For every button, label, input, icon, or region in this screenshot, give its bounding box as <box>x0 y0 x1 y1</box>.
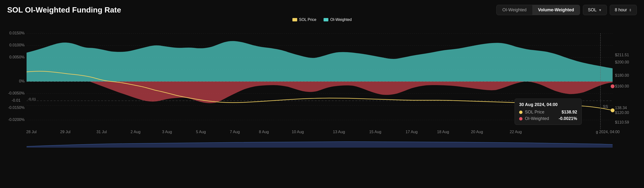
tooltip-date: 30 Aug 2024, 04:00 <box>519 102 577 107</box>
chart-legend: SOL Price OI-Weighted <box>7 18 637 22</box>
svg-text:2 Aug: 2 Aug <box>130 130 140 134</box>
svg-text:17 Aug: 17 Aug <box>406 130 418 134</box>
legend-oi-weighted-label: OI-Weighted <box>330 18 352 22</box>
controls-bar: OI-Weighted Volume-Weighted SOL ▼ 8 hour… <box>496 5 637 15</box>
tooltip-sol-price-row: SOL Price $138.92 <box>519 110 577 115</box>
svg-text:15 Aug: 15 Aug <box>369 130 381 134</box>
time-selector[interactable]: 8 hour ⇕ <box>610 5 637 15</box>
main-container: SOL OI-Weighted Funding Rate OI-Weighted… <box>0 0 644 188</box>
tab-oi-weighted[interactable]: OI-Weighted <box>496 5 532 15</box>
svg-text:22 Aug: 22 Aug <box>510 130 522 134</box>
page-title: SOL OI-Weighted Funding Rate <box>7 6 121 15</box>
svg-point-11 <box>611 109 614 112</box>
svg-text:$200.00: $200.00 <box>615 60 629 64</box>
tooltip-oi-weighted-label: OI-Weighted <box>525 116 556 121</box>
weight-tab-group: OI-Weighted Volume-Weighted <box>496 5 580 15</box>
tooltip-sol-price-label: SOL Price <box>525 110 559 115</box>
svg-text:0.0150%: 0.0150% <box>9 31 25 35</box>
time-selector-arrow: ⇕ <box>629 8 632 12</box>
svg-text:-0.0150%: -0.0150% <box>8 105 25 110</box>
svg-text:$160.00: $160.00 <box>615 84 629 88</box>
svg-text:g 2024, 04:00: g 2024, 04:00 <box>596 130 620 134</box>
svg-point-12 <box>611 84 614 88</box>
time-selector-value: 8 hour <box>615 8 627 13</box>
svg-text:10 Aug: 10 Aug <box>292 130 304 134</box>
svg-text:$120.00: $120.00 <box>615 110 629 115</box>
svg-text:31 Jul: 31 Jul <box>96 130 107 134</box>
tooltip-sol-dot <box>519 111 522 114</box>
svg-text:0%: 0% <box>19 79 24 83</box>
svg-text:29 Jul: 29 Jul <box>60 130 70 134</box>
svg-text:8 Aug: 8 Aug <box>259 130 269 134</box>
svg-text:18 Aug: 18 Aug <box>437 130 449 134</box>
header: SOL OI-Weighted Funding Rate OI-Weighted… <box>7 5 637 15</box>
svg-text:SS: SS <box>603 104 608 109</box>
asset-selector-value: SOL <box>588 8 596 13</box>
svg-text:13 Aug: 13 Aug <box>333 130 345 134</box>
legend-oi-weighted: OI-Weighted <box>324 18 352 22</box>
legend-sol-price-label: SOL Price <box>299 18 316 22</box>
main-chart-svg: 0.0150% 0.0100% 0.0050% 0% -0.0050% -0.0… <box>7 24 637 149</box>
svg-text:-0.0200%: -0.0200% <box>8 117 25 122</box>
svg-text:3 Aug: 3 Aug <box>162 130 172 134</box>
tab-volume-weighted[interactable]: Volume-Weighted <box>532 5 580 15</box>
svg-text:-0.01: -0.01 <box>28 97 36 101</box>
svg-text:20 Aug: 20 Aug <box>471 130 483 134</box>
chart-tooltip: 30 Aug 2024, 04:00 SOL Price $138.92 OI-… <box>514 99 582 125</box>
svg-text:$110.59: $110.59 <box>615 120 629 124</box>
svg-text:$211.51: $211.51 <box>615 53 629 57</box>
chart-area[interactable]: 0.0150% 0.0100% 0.0050% 0% -0.0050% -0.0… <box>7 24 637 149</box>
tooltip-sol-price-value: $138.92 <box>562 110 577 115</box>
legend-sol-price: SOL Price <box>292 18 316 22</box>
svg-text:28 Jul: 28 Jul <box>26 130 36 134</box>
svg-text:5 Aug: 5 Aug <box>196 130 206 134</box>
tooltip-oi-weighted-value: -0.0021% <box>559 116 577 121</box>
legend-oi-weighted-color <box>324 18 328 21</box>
asset-selector-arrow: ▼ <box>598 8 602 12</box>
tooltip-oi-dot <box>519 117 522 120</box>
legend-sol-price-color <box>292 18 297 21</box>
svg-text:0.0050%: 0.0050% <box>9 55 25 59</box>
asset-selector[interactable]: SOL ▼ <box>583 5 607 15</box>
svg-text:-0.01: -0.01 <box>12 98 20 103</box>
tooltip-oi-row: OI-Weighted -0.0021% <box>519 116 577 121</box>
svg-text:0.0100%: 0.0100% <box>9 43 25 47</box>
svg-text:7 Aug: 7 Aug <box>230 130 240 134</box>
svg-text:138.34: 138.34 <box>615 106 627 110</box>
svg-text:$180.00: $180.00 <box>615 73 629 77</box>
svg-text:-0.0050%: -0.0050% <box>8 91 25 95</box>
